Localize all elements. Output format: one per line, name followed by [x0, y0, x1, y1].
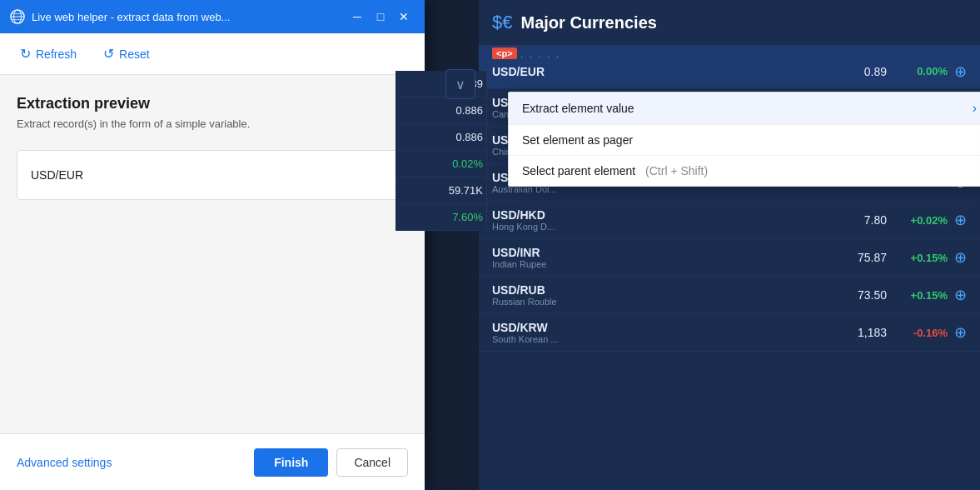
- maximize-button[interactable]: □: [370, 6, 391, 28]
- currency-row-5[interactable]: USD/INR Indian Rupee 75.87 +0.15% ⊕: [479, 239, 980, 277]
- currency-sub-4: Hong Kong D...: [492, 222, 837, 232]
- cancel-button[interactable]: Cancel: [336, 448, 408, 477]
- currency-pair-6: USD/RUB: [492, 283, 837, 297]
- reset-label: Reset: [119, 48, 150, 61]
- partial-val-2: 0.886: [395, 124, 486, 151]
- currency-name-7: USD/KRW South Korean ...: [492, 321, 837, 344]
- reset-icon: ↺: [103, 46, 114, 62]
- chevron-down-icon: ∨: [455, 77, 465, 92]
- preview-value: USD/EUR: [31, 168, 83, 182]
- currency-pair-0: USD/EUR: [492, 65, 837, 78]
- reset-button[interactable]: ↺ Reset: [97, 42, 157, 65]
- currency-sub-7: South Korean ...: [492, 334, 837, 344]
- currency-pair-4: USD/HKD: [492, 208, 837, 222]
- currency-add-5[interactable]: ⊕: [954, 248, 967, 267]
- context-menu-pager-label: Set element as pager: [522, 133, 977, 147]
- context-menu-parent-label: Select parent element (Ctrl + Shift): [522, 164, 977, 178]
- currency-sub-6: Russian Rouble: [492, 297, 837, 307]
- currency-change-7: -0.16%: [893, 327, 948, 339]
- context-menu-item-parent[interactable]: Select parent element (Ctrl + Shift): [509, 156, 980, 186]
- dialog-panel: Live web helper - extract data from web.…: [0, 0, 425, 490]
- close-button[interactable]: ✕: [393, 6, 415, 28]
- partial-val-3: 0.02%: [395, 151, 486, 178]
- currency-row-4[interactable]: USD/HKD Hong Kong D... 7.80 +0.02% ⊕: [479, 202, 980, 239]
- currency-row-6[interactable]: USD/RUB Russian Rouble 73.50 +0.15% ⊕: [479, 277, 980, 314]
- refresh-label: Refresh: [36, 48, 77, 61]
- extraction-title: Extraction preview: [17, 95, 408, 112]
- context-menu-item-extract[interactable]: Extract element value › Text: ('USD/EUR'…: [509, 92, 980, 125]
- currency-row-first[interactable]: <p> · · · · · USD/EUR 0.89 0.00% ⊕: [479, 46, 980, 89]
- minimize-button[interactable]: ─: [346, 6, 368, 28]
- currency-name-5: USD/INR Indian Rupee: [492, 246, 837, 269]
- currency-add-7[interactable]: ⊕: [954, 323, 967, 342]
- currency-change-4: +0.02%: [893, 214, 948, 227]
- currency-panel: $€ Major Currencies <p> · · · · · USD/EU…: [479, 0, 980, 490]
- currency-value-0: 0.89: [837, 65, 887, 78]
- partial-val-5: 7.60%: [395, 204, 486, 231]
- submenu-arrow-icon: ›: [973, 101, 977, 116]
- currency-value-5: 75.87: [837, 251, 887, 264]
- dialog-content: Extraction preview Extract record(s) in …: [0, 75, 425, 433]
- dialog-title: Live web helper - extract data from web.…: [32, 11, 345, 23]
- partial-val-1: 0.886: [395, 98, 486, 124]
- currency-name-0: USD/EUR: [492, 65, 837, 78]
- currency-add-0[interactable]: ⊕: [954, 62, 967, 81]
- partial-val-4: 59.71K: [395, 178, 486, 204]
- dots-indicator: · · · · ·: [520, 51, 560, 62]
- dialog-toolbar: ↻ Refresh ↺ Reset: [0, 33, 425, 75]
- currency-pair-5: USD/INR: [492, 246, 837, 259]
- currency-value-7: 1,183: [837, 326, 887, 339]
- globe-icon: [10, 9, 25, 24]
- finish-button[interactable]: Finish: [254, 448, 328, 477]
- chevron-down-button[interactable]: ∨: [445, 69, 475, 99]
- context-menu-item-pager[interactable]: Set element as pager: [509, 125, 980, 156]
- currency-name-6: USD/RUB Russian Rouble: [492, 283, 837, 307]
- currency-change-0: 0.00%: [893, 65, 948, 78]
- currency-change-6: +0.15%: [893, 289, 948, 302]
- p-tag-badge: <p>: [492, 48, 517, 59]
- currency-value-6: 73.50: [837, 288, 887, 302]
- refresh-button[interactable]: ↻ Refresh: [13, 42, 83, 65]
- extraction-subtitle: Extract record(s) in the form of a simpl…: [17, 118, 408, 130]
- context-menu: Extract element value › Text: ('USD/EUR'…: [508, 92, 980, 187]
- refresh-icon: ↻: [20, 46, 31, 62]
- currency-sub-5: Indian Rupee: [492, 259, 837, 269]
- currency-add-6[interactable]: ⊕: [954, 286, 967, 304]
- preview-box: USD/EUR: [17, 150, 408, 200]
- advanced-settings-link[interactable]: Advanced settings: [17, 456, 112, 469]
- currency-header: $€ Major Currencies: [479, 0, 980, 46]
- currency-pair-7: USD/KRW: [492, 321, 837, 334]
- context-menu-extract-label: Extract element value: [522, 102, 973, 115]
- currency-change-5: +0.15%: [893, 252, 948, 264]
- footer-buttons: Finish Cancel: [254, 448, 408, 477]
- shortcut-label: (Ctrl + Shift): [645, 164, 708, 178]
- currency-value-4: 7.80: [837, 213, 887, 227]
- dialog-footer: Advanced settings Finish Cancel: [0, 433, 425, 490]
- currency-panel-title: Major Currencies: [520, 13, 656, 32]
- currency-icon: $€: [492, 12, 512, 33]
- currency-row-7[interactable]: USD/KRW South Korean ... 1,183 -0.16% ⊕: [479, 314, 980, 352]
- dialog-titlebar: Live web helper - extract data from web.…: [0, 0, 425, 33]
- chevron-area: ∨: [445, 69, 475, 99]
- currency-add-4[interactable]: ⊕: [954, 211, 967, 229]
- currency-name-4: USD/HKD Hong Kong D...: [492, 208, 837, 232]
